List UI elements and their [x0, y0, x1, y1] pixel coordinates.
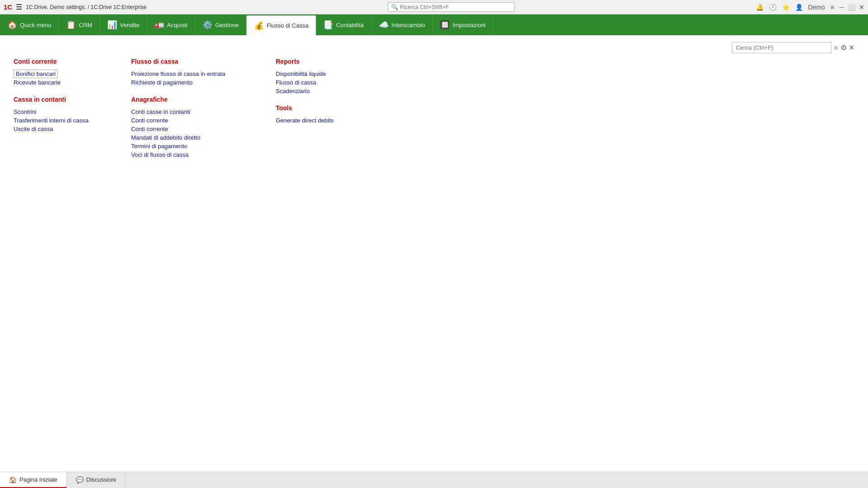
search-close-button[interactable]: ✕	[849, 43, 854, 52]
notification-icon[interactable]: 🔔	[756, 4, 764, 11]
column-1: Conti corrente Bonifici bancariRicevute …	[14, 58, 131, 168]
nav-item-acquisti[interactable]: 🚛Acquisti	[147, 14, 195, 35]
section-flusso-title: Flusso di cassa	[131, 58, 276, 65]
nav-bar: 🏠Quick menu📋CRM📊Vendite🚛Acquisti⚙️Gestio…	[0, 14, 868, 35]
section-link[interactable]: Conti corrente	[131, 125, 276, 133]
hamburger-icon[interactable]: ☰	[16, 3, 22, 11]
tab-icon-pagina-iniziale: 🏠	[9, 476, 17, 483]
section-reports: Reports Disponibilità liquideFlusso di c…	[276, 58, 420, 95]
window-controls: ─ ⬜ ✕	[840, 4, 864, 11]
section-reports-title: Reports	[276, 58, 420, 65]
section-tools: Tools Generate direct debits	[276, 104, 420, 125]
section-link[interactable]: Ricevute bancarie	[14, 78, 131, 87]
nav-item-quick-menu[interactable]: 🏠Quick menu	[0, 14, 59, 35]
section-link[interactable]: Termini di pagamento	[131, 142, 276, 150]
section-link[interactable]: Generate direct debits	[276, 116, 420, 125]
section-link[interactable]: Trasferimenti interni di cassa	[14, 116, 131, 125]
section-anagrafiche: Anagrafiche Conti casse in contantiConti…	[131, 96, 276, 159]
section-link[interactable]: Scontrini	[14, 108, 131, 116]
tab-label-pagina-iniziale: Pagina iniziale	[19, 476, 57, 483]
section-link[interactable]: Conti corrente	[131, 116, 276, 125]
flusso-items: Proiezione flusso di cassa in entrataRic…	[131, 70, 276, 87]
section-link[interactable]: Flusso di cassa	[276, 78, 420, 87]
search-clear-button[interactable]: ✕	[833, 44, 839, 52]
section-link[interactable]: Bonifici bancari	[14, 70, 58, 78]
section-link[interactable]: Conti casse in contanti	[131, 108, 276, 116]
tools-items: Generate direct debits	[276, 116, 420, 125]
nav-icon-flusso-di-cassa: 💰	[254, 21, 264, 31]
section-link[interactable]: Voci di flusso di cassa	[131, 150, 276, 159]
nav-label-vendite: Vendite	[120, 22, 139, 28]
user-name: Demo	[808, 4, 825, 11]
section-link[interactable]: Disponibilità liquide	[276, 70, 420, 78]
sections-grid: Conti corrente Bonifici bancariRicevute …	[14, 58, 854, 182]
nav-icon-contabilita: 📑	[323, 20, 333, 30]
nav-icon-vendite: 📊	[107, 20, 117, 30]
nav-icon-impostazioni: 🔲	[440, 20, 450, 30]
nav-item-vendite[interactable]: 📊Vendite	[100, 14, 147, 35]
search-icon: 🔍	[391, 4, 398, 10]
nav-item-crm[interactable]: 📋CRM	[59, 14, 100, 35]
section-link[interactable]: Mandati di addebito diretto	[131, 133, 276, 142]
history-icon[interactable]: 🕐	[769, 4, 777, 11]
nav-icon-gestione: ⚙️	[203, 20, 212, 30]
app-logo: 1С	[4, 3, 12, 11]
section-tools-title: Tools	[276, 104, 420, 112]
section-anagrafiche-title: Anagrafiche	[131, 96, 276, 103]
column-2: Flusso di cassa Proiezione flusso di cas…	[131, 58, 276, 168]
cassa-items: ScontriniTrasferimenti interni di cassaU…	[14, 108, 131, 133]
close-button[interactable]: ✕	[859, 4, 864, 11]
section-link[interactable]: Proiezione flusso di cassa in entrata	[131, 70, 276, 78]
section-link[interactable]: Uscite di cassa	[14, 125, 131, 133]
section-flusso-di-cassa: Flusso di cassa Proiezione flusso di cas…	[131, 58, 276, 87]
title-bar-left: 1С ☰ 1C:Drive. Demo settings. / 1C:Drive…	[4, 3, 146, 11]
nav-label-crm: CRM	[79, 22, 92, 28]
menu-icon[interactable]: ≡	[830, 4, 834, 11]
bottom-tabs: 🏠Pagina iniziale💬Discussioni	[0, 472, 868, 488]
section-cassa-in-contanti: Cassa in contanti ScontriniTrasferimenti…	[14, 96, 131, 133]
conti-corrente-items: Bonifici bancariRicevute bancarie	[14, 70, 131, 87]
title-bar-title: 1C:Drive. Demo settings. / 1C:Drive 1C:E…	[26, 4, 146, 10]
section-link[interactable]: Richieste di pagamento	[131, 78, 276, 87]
column-3: Reports Disponibilità liquideFlusso di c…	[276, 58, 420, 168]
nav-label-gestione: Gestione	[215, 22, 239, 28]
content-search-input[interactable]	[732, 42, 831, 53]
section-conti-corrente: Conti corrente Bonifici bancariRicevute …	[14, 58, 131, 87]
reports-items: Disponibilità liquideFlusso di cassaScad…	[276, 70, 420, 95]
section-cassa-title: Cassa in contanti	[14, 96, 131, 103]
nav-label-impostazioni: Impostazioni	[453, 22, 486, 28]
nav-icon-quick-menu: 🏠	[7, 20, 17, 30]
section-conti-corrente-title: Conti corrente	[14, 58, 131, 65]
tab-label-discussioni: Discussioni	[86, 476, 116, 483]
nav-item-interscambio[interactable]: ☁️Interscambio	[372, 14, 433, 35]
anagrafiche-items: Conti casse in contantiConti correnteCon…	[131, 108, 276, 159]
section-link[interactable]: Scadenziario	[276, 87, 420, 95]
nav-label-flusso-di-cassa: Flusso di Cassa	[267, 22, 308, 29]
nav-label-quick-menu: Quick menu	[20, 22, 51, 28]
nav-label-contabilita: Contabilità	[336, 22, 363, 28]
nav-item-contabilita[interactable]: 📑Contabilità	[316, 14, 371, 35]
main-area: ✕ ⚙ ✕ Conti corrente Bonifici bancariRic…	[0, 35, 868, 472]
nav-item-gestione[interactable]: ⚙️Gestione	[195, 14, 246, 35]
user-icon[interactable]: 👤	[795, 4, 803, 11]
title-bar-search-container: 🔍	[388, 2, 514, 12]
nav-item-impostazioni[interactable]: 🔲Impostazioni	[433, 14, 493, 35]
nav-icon-acquisti: 🚛	[154, 20, 164, 30]
content-search-bar: ✕ ⚙ ✕	[732, 42, 854, 53]
search-settings-button[interactable]: ⚙	[840, 43, 847, 52]
nav-icon-crm: 📋	[66, 20, 76, 30]
nav-item-flusso-di-cassa[interactable]: 💰Flusso di Cassa	[246, 15, 316, 35]
title-bar-search-input[interactable]	[400, 4, 491, 10]
restore-button[interactable]: ⬜	[848, 4, 855, 11]
title-bar: 1С ☰ 1C:Drive. Demo settings. / 1C:Drive…	[0, 0, 868, 14]
favorite-icon[interactable]: ⭐	[782, 4, 790, 11]
nav-label-interscambio: Interscambio	[392, 22, 425, 28]
nav-label-acquisti: Acquisti	[167, 22, 188, 28]
tab-icon-discussioni: 💬	[76, 476, 84, 483]
bottom-tab-pagina-iniziale[interactable]: 🏠Pagina iniziale	[0, 472, 67, 488]
bottom-tab-discussioni[interactable]: 💬Discussioni	[67, 472, 126, 488]
minimize-button[interactable]: ─	[840, 4, 844, 11]
nav-icon-interscambio: ☁️	[379, 20, 389, 30]
title-bar-right: 🔔 🕐 ⭐ 👤 Demo ≡ ─ ⬜ ✕	[756, 4, 864, 11]
